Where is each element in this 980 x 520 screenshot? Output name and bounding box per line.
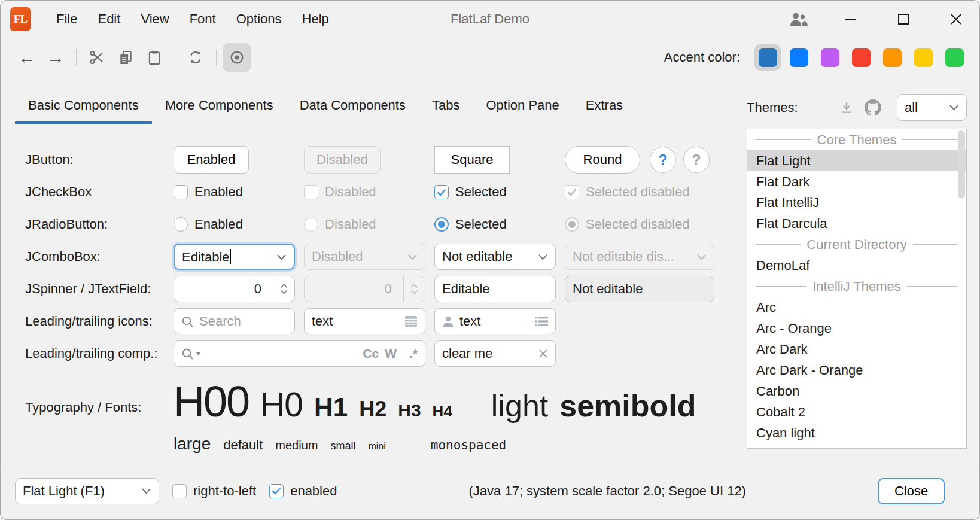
textfield-editable[interactable]: Editable	[434, 276, 556, 302]
accent-swatch-orange[interactable]	[879, 44, 905, 71]
radio-enabled[interactable]: Enabled	[174, 217, 243, 232]
regex-button[interactable]: .*	[409, 346, 418, 361]
accent-swatch-green[interactable]	[941, 44, 967, 71]
enabled-button[interactable]: Enabled	[174, 146, 249, 174]
accent-swatch-default-blue[interactable]	[754, 44, 781, 71]
paste-button[interactable]	[140, 43, 169, 72]
menu-edit[interactable]: Edit	[87, 8, 130, 31]
spinner-up-icon	[410, 284, 418, 288]
right-to-left-checkbox[interactable]: right-to-left	[172, 483, 256, 499]
themes-list[interactable]: Core Themes Flat Light Flat Dark Flat In…	[747, 129, 967, 449]
enabled-checkbox[interactable]: enabled	[269, 483, 337, 499]
combobox-not-editable-disabled: Not editable dis...	[565, 244, 714, 270]
close-window-button[interactable]	[946, 9, 966, 29]
list-icon[interactable]	[535, 316, 548, 327]
checkbox-checked-icon	[565, 185, 579, 199]
users-icon[interactable]	[788, 9, 808, 29]
theme-item-arc-dark-orange[interactable]: Arc Dark - Orange	[747, 360, 966, 381]
theme-item-demolaf[interactable]: DemoLaf	[747, 255, 966, 276]
spinner[interactable]: 0	[174, 276, 295, 302]
maximize-button[interactable]	[893, 9, 914, 29]
theme-item-cobalt-2[interactable]: Cobalt 2	[747, 402, 966, 422]
theme-item-arc-dark[interactable]: Arc Dark	[747, 339, 966, 360]
clear-icon[interactable]	[538, 349, 548, 358]
text-field-user[interactable]: text	[434, 308, 556, 334]
chevron-down-icon[interactable]	[269, 245, 294, 269]
spinner-down-icon	[280, 290, 288, 294]
menu-file[interactable]: File	[46, 8, 87, 31]
checkbox-selected[interactable]: Selected	[434, 184, 507, 200]
accent-swatch-purple[interactable]	[817, 44, 843, 71]
round-button[interactable]: Round	[565, 146, 640, 174]
combobox-not-editable[interactable]: Not editable	[434, 244, 556, 270]
toolbar: ← →	[1, 38, 979, 77]
theme-item-flat-light[interactable]: Flat Light	[747, 150, 966, 171]
whole-word-button[interactable]: W	[385, 346, 397, 361]
jradiobutton-label: JRadioButton:	[15, 217, 174, 232]
menu-font[interactable]: Font	[179, 8, 226, 31]
spinner-disabled: 0	[304, 276, 425, 302]
tab-more-components[interactable]: More Components	[152, 89, 287, 124]
checkbox-checked-icon	[434, 185, 449, 199]
theme-item-flat-dark[interactable]: Flat Dark	[747, 171, 966, 192]
back-button[interactable]: ←	[13, 43, 41, 72]
theme-item-cyan-light[interactable]: Cyan light	[747, 422, 966, 443]
h2-sample: H2	[359, 397, 386, 422]
match-case-button[interactable]: Cc	[363, 346, 379, 361]
search-with-menu-icon[interactable]	[181, 348, 201, 360]
tab-tabs[interactable]: Tabs	[419, 89, 473, 124]
download-themes-button[interactable]	[833, 95, 860, 121]
accent-swatch-red[interactable]	[848, 44, 874, 71]
theme-item-flat-intellij[interactable]: Flat IntelliJ	[747, 192, 966, 213]
search-field[interactable]: Search	[174, 308, 295, 334]
forward-button[interactable]: →	[41, 43, 70, 72]
combobox-editable[interactable]: Editable	[174, 244, 295, 270]
titlebar: FL File Edit View Font Options Help Flat…	[1, 1, 979, 38]
themes-filter-combo[interactable]: all	[897, 94, 967, 121]
menu-options[interactable]: Options	[226, 8, 292, 31]
minimize-button[interactable]	[841, 9, 861, 29]
leading-trailing-icons-row: Leading/trailing icons: Search text	[15, 308, 725, 335]
text-field-calendar[interactable]: text	[304, 308, 425, 334]
search-field-with-options[interactable]: Cc W .*	[174, 340, 425, 367]
cut-button[interactable]	[83, 43, 111, 72]
tab-basic-components[interactable]: Basic Components	[15, 89, 152, 124]
accent-swatch-yellow[interactable]	[910, 44, 936, 71]
checkbox-selected-disabled: Selected disabled	[565, 184, 690, 200]
accent-swatch-blue[interactable]	[786, 44, 812, 71]
h1-sample: H1	[314, 393, 348, 422]
clear-me-field[interactable]: clear me	[434, 340, 556, 367]
refresh-button[interactable]	[181, 43, 210, 72]
spinner-buttons[interactable]	[273, 276, 294, 302]
theme-item-flat-darcula[interactable]: Flat Darcula	[747, 213, 966, 234]
toolbar-separator	[175, 49, 175, 66]
theme-item-arc-orange[interactable]: Arc - Orange	[747, 318, 966, 339]
checkbox-icon	[304, 185, 318, 199]
menu-help[interactable]: Help	[292, 8, 339, 31]
square-button[interactable]: Square	[434, 146, 510, 174]
calendar-icon[interactable]	[404, 315, 418, 327]
spinner-down-icon	[410, 290, 418, 294]
radio-selected[interactable]: Selected	[434, 217, 507, 232]
scrollbar-thumb[interactable]	[958, 130, 965, 199]
show-hidden-toggle[interactable]	[223, 43, 251, 72]
monospaced-sample: monospaced	[431, 438, 506, 452]
laf-combo[interactable]: Flat Light (F1)	[15, 478, 159, 504]
tabstrip: Basic Components More Components Data Co…	[15, 89, 725, 124]
tab-option-pane[interactable]: Option Pane	[473, 89, 572, 124]
close-button[interactable]: Close	[878, 478, 945, 504]
theme-item-arc[interactable]: Arc	[747, 297, 966, 318]
typography-row: Typography / Fonts: H00 H0 H1 H2 H3 H4 l…	[15, 377, 725, 454]
theme-item-dark-flat[interactable]: Dark Flat	[747, 443, 966, 449]
combobox-disabled: Disabled	[304, 244, 425, 270]
checkbox-enabled[interactable]: Enabled	[174, 184, 243, 200]
github-button[interactable]	[860, 95, 886, 121]
tab-data-components[interactable]: Data Components	[287, 89, 419, 124]
tab-extras[interactable]: Extras	[573, 89, 636, 124]
toolbar-separator	[216, 49, 217, 66]
menu-view[interactable]: View	[130, 8, 179, 31]
large-sample: large	[174, 434, 211, 454]
copy-button[interactable]	[111, 43, 140, 72]
theme-item-carbon[interactable]: Carbon	[747, 381, 966, 402]
help-button[interactable]: ?	[650, 147, 676, 173]
